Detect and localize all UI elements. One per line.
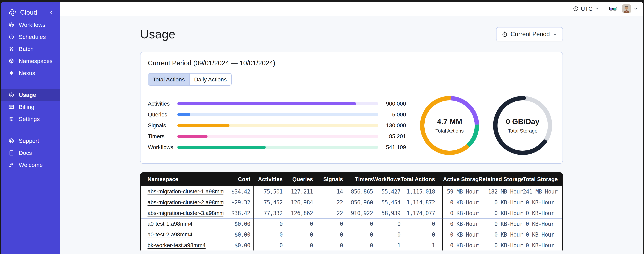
bar-label: Signals — [148, 122, 177, 129]
total-storage-donut: 0 GB/Day Total Storage — [493, 96, 552, 155]
sidebar-item-batch[interactable]: Batch — [1, 43, 60, 55]
total-storage-cell: 0 KB-Hour — [523, 197, 562, 208]
bar-fill — [177, 135, 208, 138]
queries-cell: 0 — [282, 240, 313, 250]
sidebar-item-workflows[interactable]: Workflows — [1, 19, 60, 31]
total-storage-cell: 0 KB-Hour — [523, 208, 562, 218]
sidebar-item-namespaces[interactable]: Namespaces — [1, 55, 60, 67]
sidebar: Cloud Workflows Schedules — [1, 2, 60, 254]
namespace-link[interactable]: abs-migration-cluster-2.a98mm4 — [148, 199, 224, 206]
namespace-link[interactable]: bk-worker-test.a98mm4 — [148, 242, 206, 248]
namespaces-icon — [8, 58, 14, 64]
total-actions-cell: 0 — [400, 229, 442, 240]
sidebar-item-label: Billing — [19, 104, 34, 110]
retained-storage-cell: 0 KB-Hour — [478, 208, 523, 218]
bar-track — [177, 113, 378, 116]
stopwatch-icon — [502, 31, 508, 37]
sidebar-item-welcome[interactable]: Welcome — [1, 159, 60, 171]
workflows-cell: 0 — [373, 218, 400, 229]
sidebar-item-docs[interactable]: Docs — [1, 147, 60, 159]
activities-cell: 0 — [254, 240, 282, 250]
sidebar-item-label: Welcome — [19, 162, 43, 168]
retained-storage-cell: 0 KB-Hour — [478, 240, 523, 250]
collapse-sidebar-icon[interactable] — [49, 10, 54, 15]
sidebar-divider — [1, 130, 60, 130]
queries-cell: 126,862 — [282, 208, 313, 218]
namespace-link[interactable]: a0-test-2.a98mm4 — [148, 232, 192, 238]
donut-value: 4.7 MM — [437, 117, 462, 126]
bar-label: Queries — [148, 112, 177, 118]
page-title: Usage — [140, 27, 176, 41]
signals-cell: 14 — [313, 186, 343, 197]
bar-label: Activities — [148, 100, 177, 107]
period-select-button[interactable]: Current Period — [496, 27, 563, 41]
active-storage-cell: 59 MB-Hour — [442, 186, 478, 197]
table-row: abs-migration-cluster-1.a98mm4 $34.42 75… — [141, 186, 562, 197]
cost-cell: $38.42 — [224, 208, 254, 218]
avatar[interactable] — [622, 4, 631, 13]
actions-bar-chart: Activities 900,000 Queries 5,000 Signals — [148, 100, 406, 150]
namespace-usage-table: Namespace Cost Activities Queries Signal… — [140, 172, 563, 250]
col-header-workflows: Workflows — [373, 172, 400, 186]
sidebar-item-label: Settings — [19, 116, 40, 122]
bar-track — [177, 102, 378, 106]
bar-label: Workflows — [148, 144, 177, 150]
namespace-link[interactable]: abs-migration-cluster-3.a98mm4 — [148, 210, 224, 216]
bar-row-signals: Signals 130,000 — [148, 122, 406, 129]
total-actions-cell: 1,115,018 — [400, 186, 442, 197]
activities-cell: 75,501 — [254, 186, 282, 197]
bar-value: 900,000 — [378, 100, 406, 107]
sidebar-item-schedules[interactable]: Schedules — [1, 31, 60, 43]
donut-label: Total Actions — [436, 128, 464, 134]
tab-daily-actions[interactable]: Daily Actions — [189, 74, 231, 85]
bar-label: Timers — [148, 133, 177, 140]
sidebar-item-usage[interactable]: Usage — [1, 89, 60, 101]
table-row: a0-test-2.a98mm4 $0.00 0 0 0 0 0 0 0 KB-… — [141, 229, 562, 240]
total-storage-cell: 0 KB-Hour — [523, 218, 562, 229]
namespace-link[interactable]: abs-migration-cluster-1.a98mm4 — [148, 188, 224, 194]
total-actions-cell: 0 — [400, 218, 442, 229]
bar-value: 541,109 — [378, 144, 406, 150]
namespace-link[interactable]: a0-test-1.a98mm4 — [148, 221, 192, 227]
workflows-cell: 55,427 — [373, 186, 400, 197]
feature-glasses-button[interactable] — [609, 6, 617, 12]
active-storage-cell: 0 KB-Hour — [442, 208, 478, 218]
signals-cell: 0 — [313, 229, 343, 240]
sidebar-item-nexus[interactable]: Nexus — [1, 67, 60, 79]
col-header-queries: Queries — [282, 172, 313, 186]
card-title: Current Period (09/01/2024 — 10/01/2024) — [148, 59, 555, 67]
table-header-row: Namespace Cost Activities Queries Signal… — [141, 172, 562, 186]
timers-cell: 856,960 — [343, 197, 373, 208]
usage-icon — [8, 92, 14, 98]
col-header-retained-storage: Retained Storage — [478, 172, 523, 186]
sidebar-item-billing[interactable]: Billing — [1, 101, 60, 113]
table-row: abs-migration-cluster-2.a98mm4 $29.32 75… — [141, 197, 562, 208]
col-header-activities: Activities — [254, 172, 282, 186]
account-menu-button[interactable] — [633, 6, 638, 11]
timezone-dropdown[interactable]: UTC — [573, 6, 599, 12]
timers-cell: 0 — [343, 240, 373, 250]
bar-row-queries: Queries 5,000 — [148, 111, 406, 118]
queries-cell: 0 — [282, 218, 313, 229]
bar-fill — [177, 124, 230, 127]
total-storage-cell: 0 KB-Hour — [523, 229, 562, 240]
sidebar-item-settings[interactable]: Settings — [1, 113, 60, 125]
actions-tabs: Total Actions Daily Actions — [148, 73, 232, 86]
tab-total-actions[interactable]: Total Actions — [148, 74, 189, 85]
table-row: bk-worker-test.a98mm4 $0.00 0 0 0 0 1 1 … — [141, 240, 562, 250]
sidebar-item-label: Nexus — [19, 70, 35, 76]
activities-cell: 0 — [254, 218, 282, 229]
billing-icon — [8, 104, 14, 110]
total-actions-cell: 1,174,077 — [400, 208, 442, 218]
settings-icon — [8, 116, 14, 122]
sidebar-item-support[interactable]: Support — [1, 135, 60, 147]
workflows-cell: 58,939 — [373, 208, 400, 218]
sidebar-divider — [1, 84, 60, 84]
sidebar-group-footer: Support Docs Welcome — [1, 134, 60, 172]
bar-value: 85,201 — [378, 133, 406, 140]
retained-storage-cell: 0 KB-Hour — [478, 197, 523, 208]
queries-cell: 0 — [282, 229, 313, 240]
chevron-down-icon — [633, 6, 638, 11]
bar-track — [177, 124, 378, 127]
active-storage-cell: 0 KB-Hour — [442, 197, 478, 208]
